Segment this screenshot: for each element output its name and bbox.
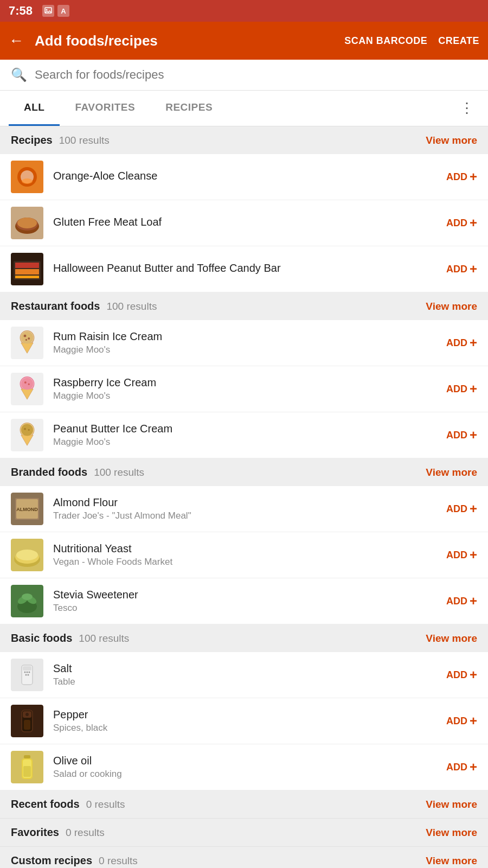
food-info: Halloween Peanut Butter and Toffee Candy… (53, 262, 446, 276)
scan-barcode-button[interactable]: SCAN BARCODE (344, 35, 427, 47)
svg-point-56 (25, 713, 29, 716)
food-name: Raspberry Ice Cream (53, 376, 446, 389)
add-button[interactable]: ADD + (446, 169, 477, 184)
food-name: Rum Raisin Ice Cream (53, 330, 446, 343)
svg-rect-58 (24, 755, 30, 758)
list-item: Salt Table ADD + (0, 652, 488, 698)
add-button[interactable]: ADD + (446, 760, 477, 775)
add-button[interactable]: ADD + (446, 593, 477, 609)
app-bar: ← Add foods/recipes SCAN BARCODE CREATE (0, 22, 488, 60)
basic-foods-view-more[interactable]: View more (426, 633, 477, 644)
favorites-section-header: Favorites 0 results View more (0, 819, 488, 847)
status-time: 7:58 (9, 4, 33, 18)
add-button[interactable]: ADD + (446, 261, 477, 277)
basic-foods-title: Basic foods (11, 632, 72, 644)
tabs-container: ALL FAVORITES RECIPES ⋮ (0, 91, 488, 126)
basic-foods-section-header: Basic foods 100 results View more (0, 624, 488, 652)
restaurant-foods-title: Restaurant foods (11, 300, 100, 312)
food-name: Orange-Aloe Cleanse (53, 170, 446, 182)
add-button[interactable]: ADD + (446, 501, 477, 516)
food-name: Gluten Free Meat Loaf (53, 216, 446, 228)
food-info: Peanut Butter Ice Cream Maggie Moo's (53, 423, 446, 448)
svg-point-30 (28, 429, 30, 431)
recipe-thumbnail-meatloaf (11, 207, 43, 239)
search-input[interactable] (35, 68, 477, 82)
svg-point-18 (24, 335, 27, 337)
svg-point-9 (17, 218, 37, 228)
restaurant-foods-count: 100 results (106, 301, 157, 312)
recent-foods-view-more[interactable]: View more (426, 799, 477, 810)
food-sub: Spices, black (53, 723, 446, 733)
food-name: Almond Flour (53, 496, 446, 509)
add-button[interactable]: ADD + (446, 667, 477, 682)
svg-point-50 (25, 674, 27, 676)
food-sub: Salad or cooking (53, 769, 446, 780)
list-item: Gluten Free Meat Loaf ADD + (0, 200, 488, 246)
branded-foods-section-header: Branded foods 100 results View more (0, 458, 488, 486)
food-info: Rum Raisin Ice Cream Maggie Moo's (53, 330, 446, 355)
food-sub: Maggie Moo's (53, 391, 446, 401)
add-button[interactable]: ADD + (446, 381, 477, 397)
add-button[interactable]: ADD + (446, 713, 477, 729)
food-info: Raspberry Ice Cream Maggie Moo's (53, 376, 446, 401)
add-button[interactable]: ADD + (446, 427, 477, 443)
a-status-icon: A (57, 5, 69, 17)
add-button[interactable]: ADD + (446, 335, 477, 350)
restaurant-foods-view-more[interactable]: View more (426, 301, 477, 312)
food-sub: Vegan - Whole Foods Market (53, 557, 446, 567)
ice-cream-icon-rum (11, 327, 43, 359)
food-name: Salt (53, 662, 446, 675)
salt-image (11, 659, 43, 691)
branded-foods-count: 100 results (94, 467, 144, 478)
food-name: Olive oil (53, 755, 446, 767)
svg-rect-55 (24, 720, 30, 730)
list-item: Stevia Sweetener Tesco ADD + (0, 578, 488, 624)
list-item: Olive oil Salad or cooking ADD + (0, 744, 488, 790)
status-icons: A (42, 5, 69, 17)
favorites-title: Favorites (11, 826, 59, 839)
tab-recipes[interactable]: RECIPES (150, 91, 228, 126)
tab-all[interactable]: ALL (9, 91, 60, 126)
svg-point-1 (46, 9, 48, 11)
food-info: Gluten Free Meat Loaf (53, 216, 446, 230)
back-button[interactable]: ← (9, 32, 24, 49)
add-button[interactable]: ADD + (446, 547, 477, 563)
list-item: Halloween Peanut Butter and Toffee Candy… (0, 246, 488, 292)
food-sub: Maggie Moo's (53, 437, 446, 448)
svg-rect-61 (23, 766, 31, 777)
recipes-view-more[interactable]: View more (426, 135, 477, 146)
list-item: Raspberry Ice Cream Maggie Moo's ADD + (0, 366, 488, 412)
svg-marker-22 (21, 389, 33, 399)
svg-rect-46 (23, 666, 31, 671)
list-item: Peanut Butter Ice Cream Maggie Moo's ADD… (0, 412, 488, 458)
list-item: Orange-Aloe Cleanse ADD + (0, 154, 488, 200)
branded-foods-view-more[interactable]: View more (426, 467, 477, 478)
recipes-section-header: Recipes 100 results View more (0, 126, 488, 154)
olive-oil-image (11, 751, 43, 783)
tab-favorites[interactable]: FAVORITES (60, 91, 150, 126)
svg-point-20 (25, 339, 27, 341)
svg-point-23 (21, 378, 33, 390)
add-button[interactable]: ADD + (446, 215, 477, 231)
create-button[interactable]: CREATE (438, 35, 479, 47)
svg-point-24 (24, 381, 27, 384)
more-options-button[interactable]: ⋮ (454, 94, 479, 122)
recent-foods-section-header: Recent foods 0 results View more (0, 790, 488, 819)
favorites-view-more[interactable]: View more (426, 827, 477, 839)
svg-point-28 (21, 424, 33, 436)
page-title: Add foods/recipes (35, 33, 344, 49)
svg-point-19 (28, 337, 30, 340)
food-name: Stevia Sweetener (53, 589, 446, 601)
food-sub: Trader Joe's - "Just Almond Meal" (53, 510, 446, 521)
custom-recipes-view-more[interactable]: View more (426, 855, 477, 867)
custom-recipes-count: 0 results (99, 855, 138, 867)
basic-foods-count: 100 results (79, 633, 129, 644)
recent-foods-count: 0 results (86, 799, 125, 810)
svg-point-17 (21, 331, 33, 343)
custom-recipes-title: Custom recipes (11, 854, 92, 867)
svg-point-29 (24, 428, 26, 430)
food-name: Peanut Butter Ice Cream (53, 423, 446, 435)
svg-point-5 (22, 178, 33, 184)
app-bar-actions: SCAN BARCODE CREATE (344, 35, 479, 47)
food-info: Olive oil Salad or cooking (53, 755, 446, 780)
